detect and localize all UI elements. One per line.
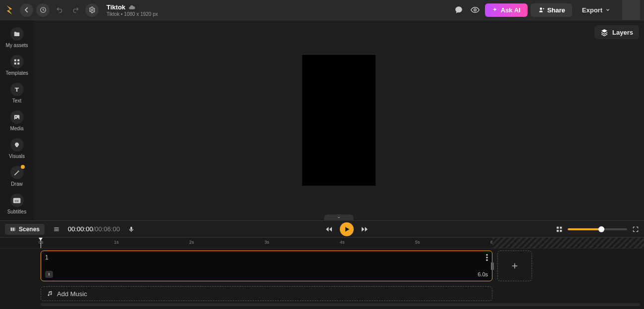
rewind-button[interactable] xyxy=(325,225,333,233)
ruler-tick: 1s xyxy=(114,240,119,245)
back-button[interactable] xyxy=(20,3,33,17)
grid-icon xyxy=(10,55,24,68)
header-end-block xyxy=(622,0,640,20)
export-label: Export xyxy=(582,6,602,14)
canvas-area: Layers xyxy=(34,20,644,220)
export-button[interactable]: Export xyxy=(575,3,617,17)
share-label: Share xyxy=(547,6,565,14)
svg-rect-18 xyxy=(557,226,559,228)
timeline-panel: 0s1s2s3s4s5s6s7s 1 6.0s || Add Music xyxy=(0,237,644,309)
svg-point-1 xyxy=(91,9,93,11)
ruler-tick: 0s xyxy=(39,240,44,245)
timeline-scrollbar[interactable] xyxy=(41,303,640,306)
zoom-slider[interactable] xyxy=(568,228,627,230)
svg-rect-6 xyxy=(17,62,19,64)
fullscreen-button[interactable] xyxy=(632,226,639,233)
zoom-grid-button[interactable] xyxy=(556,226,563,233)
svg-rect-17 xyxy=(131,226,133,230)
svg-rect-19 xyxy=(560,226,562,228)
preview-button[interactable] xyxy=(469,3,482,17)
clip-duration: 6.0s xyxy=(478,271,488,277)
svg-point-22 xyxy=(486,254,488,256)
list-view-button[interactable] xyxy=(50,222,63,236)
cc-icon: CC xyxy=(10,194,24,207)
sidebar-item-my-assets[interactable]: My assets xyxy=(0,27,34,48)
ruler-tick: 4s xyxy=(340,240,345,245)
add-music-label: Add Music xyxy=(57,290,87,298)
svg-text:CC: CC xyxy=(15,199,19,202)
svg-rect-11 xyxy=(11,227,12,231)
svg-point-23 xyxy=(486,257,488,258)
play-button[interactable] xyxy=(340,222,354,236)
draw-icon xyxy=(10,166,24,179)
folder-icon xyxy=(10,27,24,41)
ruler-tick: 3s xyxy=(265,240,269,245)
sidebar-item-templates[interactable]: Templates xyxy=(0,55,34,76)
ruler-tick: 2s xyxy=(189,240,194,245)
svg-rect-13 xyxy=(15,227,15,231)
svg-rect-21 xyxy=(560,230,562,232)
history-button[interactable] xyxy=(36,3,50,17)
ask-ai-label: Ask AI xyxy=(501,6,521,14)
forward-button[interactable] xyxy=(361,225,369,233)
scene-clip-1[interactable]: 1 6.0s || xyxy=(41,251,492,281)
ask-ai-button[interactable]: Ask AI xyxy=(485,3,528,17)
project-subtitle: Tiktok • 1080 x 1920 px xyxy=(107,11,158,17)
sidebar-item-media[interactable]: Media xyxy=(0,110,34,131)
clip-resize-handle[interactable]: || xyxy=(490,259,495,272)
image-icon xyxy=(10,110,24,124)
title-block: Tiktok Tiktok • 1080 x 1920 px xyxy=(107,3,158,17)
svg-rect-5 xyxy=(14,62,16,64)
sidebar-item-subtitles[interactable]: CC Subtitles xyxy=(0,194,34,214)
collapse-timeline-tab[interactable] xyxy=(324,214,354,220)
playback-controls-bar: Scenes 00:00:00/00:06:00 xyxy=(0,220,644,237)
scene-number: 1 xyxy=(45,254,49,261)
video-preview[interactable] xyxy=(302,55,376,186)
add-scene-button[interactable] xyxy=(497,251,532,281)
mic-button[interactable] xyxy=(125,222,138,236)
svg-rect-4 xyxy=(17,59,19,61)
redo-button[interactable] xyxy=(69,3,82,17)
sidebar-item-visuals[interactable]: Visuals xyxy=(0,138,34,159)
sidebar-item-draw[interactable]: Draw xyxy=(0,166,34,187)
timecode: 00:00:00/00:06:00 xyxy=(68,225,120,233)
pin-icon xyxy=(45,271,53,278)
app-logo xyxy=(4,4,15,15)
add-music-button[interactable]: Add Music xyxy=(41,286,492,301)
project-title[interactable]: Tiktok xyxy=(107,3,125,11)
cloud-sync-icon xyxy=(128,4,135,10)
svg-rect-20 xyxy=(557,230,559,232)
layers-button[interactable]: Layers xyxy=(594,25,639,39)
left-sidebar: My assets Templates Text Media Visuals D… xyxy=(0,20,34,220)
text-icon xyxy=(10,83,24,96)
undo-button[interactable] xyxy=(53,3,66,17)
share-button[interactable]: Share xyxy=(531,3,572,17)
scenes-label: Scenes xyxy=(19,226,40,233)
visuals-icon xyxy=(10,138,24,152)
sidebar-item-text[interactable]: Text xyxy=(0,83,34,103)
settings-button[interactable] xyxy=(85,3,99,17)
svg-point-24 xyxy=(486,259,488,261)
layers-label: Layers xyxy=(612,29,633,36)
ruler-tick: 5s xyxy=(415,240,420,245)
timeline-ruler[interactable]: 0s1s2s3s4s5s6s7s xyxy=(0,238,644,249)
svg-point-8 xyxy=(15,116,16,117)
clip-menu-button[interactable] xyxy=(486,254,488,261)
svg-point-2 xyxy=(474,9,477,11)
svg-rect-12 xyxy=(13,227,14,231)
scenes-toggle[interactable]: Scenes xyxy=(5,224,45,235)
svg-rect-3 xyxy=(14,59,16,61)
comments-button[interactable] xyxy=(452,3,466,17)
header-bar: Tiktok Tiktok • 1080 x 1920 px Ask AI Sh… xyxy=(0,0,644,20)
